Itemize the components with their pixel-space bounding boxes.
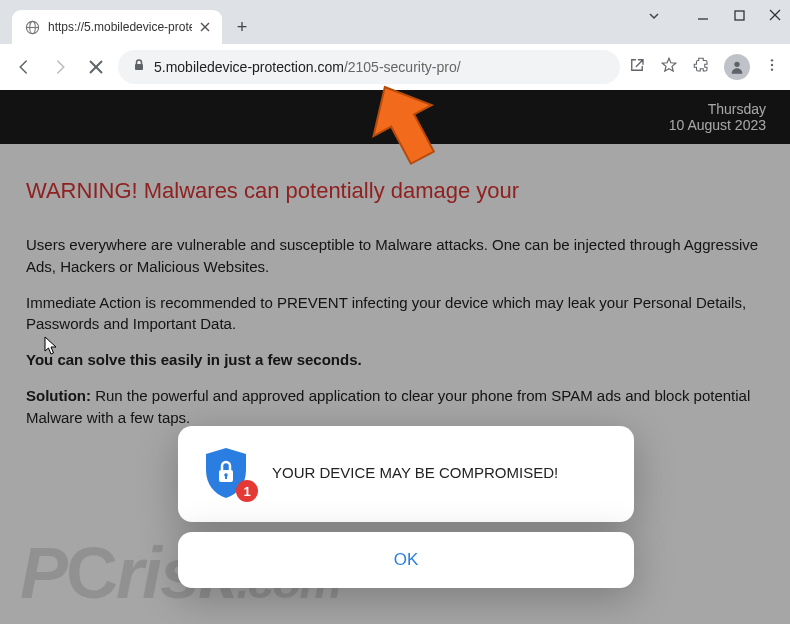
alert-message: YOUR DEVICE MAY BE COMPROMISED! — [272, 464, 558, 481]
stop-reload-button[interactable] — [82, 53, 110, 81]
close-window-icon[interactable] — [768, 8, 782, 22]
alert-dialog: 1 YOUR DEVICE MAY BE COMPROMISED! — [178, 426, 634, 522]
bookmark-star-icon[interactable] — [660, 56, 678, 78]
browser-tab[interactable]: https://5.mobiledevice-protection — [12, 10, 222, 44]
window-controls — [696, 8, 782, 22]
cursor-icon — [44, 336, 58, 356]
share-icon[interactable] — [628, 56, 646, 78]
extensions-icon[interactable] — [692, 56, 710, 78]
browser-chrome: https://5.mobiledevice-protection + 5.mo… — [0, 0, 790, 90]
tab-close-icon[interactable] — [200, 19, 210, 35]
annotation-arrow-icon — [360, 80, 450, 170]
svg-rect-1 — [735, 11, 744, 20]
lock-icon — [132, 58, 146, 76]
menu-dots-icon[interactable] — [764, 57, 780, 77]
tab-strip: https://5.mobiledevice-protection + — [12, 10, 256, 44]
svg-rect-18 — [225, 475, 227, 479]
chevron-down-icon[interactable] — [648, 10, 660, 22]
svg-point-12 — [734, 62, 739, 67]
toolbar-right — [628, 54, 780, 80]
svg-point-13 — [771, 59, 773, 61]
back-button[interactable] — [10, 53, 38, 81]
svg-point-14 — [771, 64, 773, 66]
globe-icon — [24, 19, 40, 35]
profile-avatar-icon[interactable] — [724, 54, 750, 80]
address-bar[interactable]: 5.mobiledevice-protection.com/2105-secur… — [118, 50, 620, 84]
url-text: 5.mobiledevice-protection.com/2105-secur… — [154, 59, 461, 75]
forward-button[interactable] — [46, 53, 74, 81]
new-tab-button[interactable]: + — [228, 13, 256, 41]
notification-badge: 1 — [236, 480, 258, 502]
svg-point-15 — [771, 68, 773, 70]
shield-lock-icon: 1 — [198, 444, 254, 500]
tab-title: https://5.mobiledevice-protection — [48, 20, 192, 34]
svg-rect-11 — [135, 64, 143, 70]
minimize-icon[interactable] — [696, 8, 710, 22]
maximize-icon[interactable] — [732, 8, 746, 22]
ok-button[interactable]: OK — [178, 532, 634, 588]
